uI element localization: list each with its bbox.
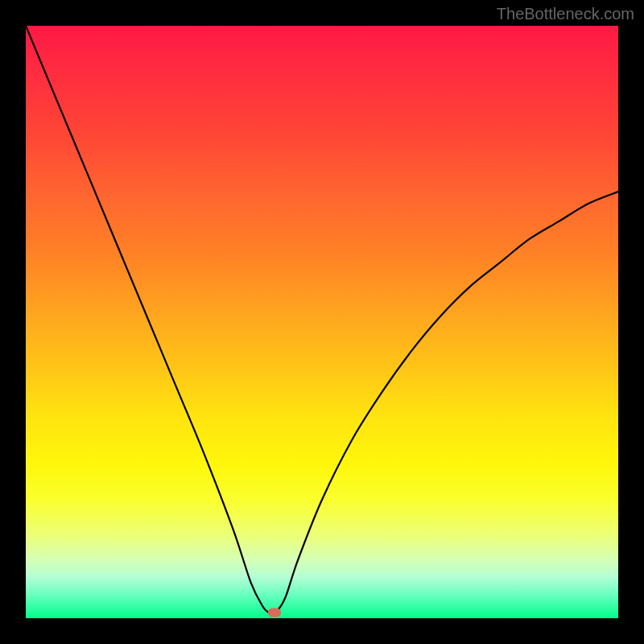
chart-plot-area [26, 26, 618, 618]
optimum-marker [268, 608, 281, 617]
bottleneck-curve-path [26, 26, 618, 613]
watermark-text: TheBottleneck.com [497, 5, 634, 23]
chart-curve-svg [26, 26, 618, 618]
